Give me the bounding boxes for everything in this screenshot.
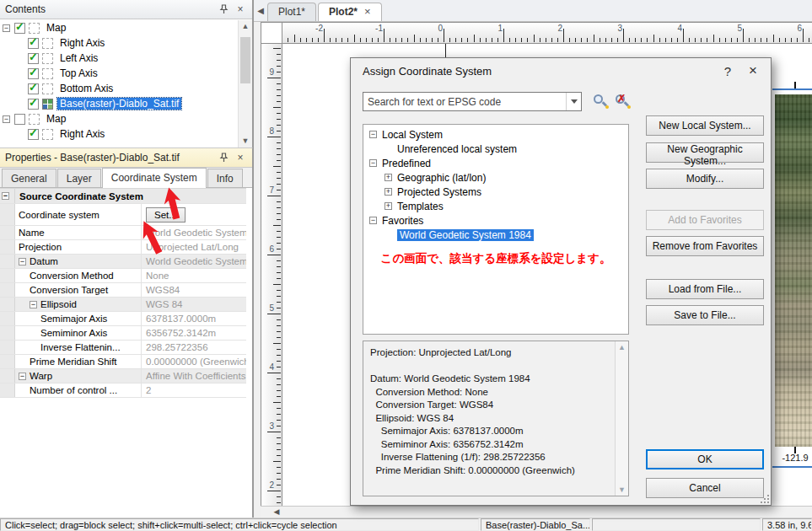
scroll-up-icon[interactable]: ▲ [616,341,628,353]
property-label: Semiminor Axis [15,326,142,340]
pin-icon[interactable] [217,151,230,164]
property-label: Projection [15,240,142,254]
scroll-down-icon[interactable]: ▼ [616,484,628,496]
expander-icon[interactable]: − [369,131,377,138]
clear-search-icon[interactable]: ✗ [615,94,631,110]
pin-icon[interactable] [217,3,230,16]
ruler-tick [384,29,384,42]
save-to-file-button[interactable]: Save to File... [646,305,764,325]
tree-item-base-raster-diablo-sat-tif[interactable]: ✓Base(raster)-Diablo_Sat.tif [0,96,238,111]
checkbox[interactable]: ✓ [28,38,39,49]
expander-icon[interactable]: − [2,192,9,200]
axis-icon [42,129,53,140]
tab-coordinate-system[interactable]: Coordinate System [102,168,207,188]
tree-item-right-axis[interactable]: ✓Right Axis [0,126,238,142]
ruler-tick [653,35,654,42]
remove-from-favorites-button[interactable]: Remove from Favorites [646,236,764,256]
expander-icon[interactable]: + [384,188,392,196]
expander-icon[interactable]: + [384,174,392,181]
ruler-tick [803,29,804,42]
horizontal-scrollbar[interactable]: ◀ [261,506,812,518]
checkbox[interactable]: ✓ [28,129,39,140]
expander-icon[interactable]: − [369,159,377,167]
tree-item-local-system[interactable]: −Local System [363,127,628,142]
tab-plot2[interactable]: Plot2*× [318,3,382,21]
property-row-name: NameWorld Geodetic System... [0,226,246,240]
contents-scrollbar[interactable]: ▲ ▼ [238,20,252,148]
ruler-tick [432,38,433,42]
satellite-base-map[interactable] [775,94,812,447]
tree-item-left-axis[interactable]: ✓Left Axis [0,51,238,66]
expander-icon[interactable]: − [19,258,26,266]
search-input[interactable] [363,93,566,110]
expander-icon[interactable]: − [19,373,26,380]
info-scrollbar[interactable]: ▲ ▼ [615,341,628,496]
tree-item-label: Unreferenced local system [397,143,517,155]
expander-icon[interactable]: + [384,202,392,210]
close-icon[interactable]: × [234,3,247,16]
tab-plot1[interactable]: Plot1* [267,3,316,21]
coordinate-info-text: Projection: Unprojected Lat/Long Datum: … [370,346,610,492]
tree-item-map[interactable]: −Map [0,111,238,126]
expander-icon[interactable]: − [369,217,377,224]
expander-icon[interactable]: − [3,115,10,123]
load-from-file-button[interactable]: Load from File... [646,279,764,299]
checkbox[interactable]: ✓ [28,99,39,110]
tab-scroll-left-icon[interactable]: ◀ [255,3,266,19]
tab-info[interactable]: Info [207,169,243,187]
checkbox[interactable]: ✓ [28,53,39,64]
checkbox[interactable]: ✓ [14,23,25,34]
ruler-tick [277,367,281,367]
resize-grip[interactable] [759,493,769,503]
ruler-tick [594,35,594,42]
scroll-up-icon[interactable]: ▲ [239,20,252,33]
property-row-semimajor-axis: Semimajor Axis6378137.0000m [0,312,246,326]
cancel-button[interactable]: Cancel [646,478,764,498]
assign-coordinate-system-dialog: Assign Coordinate System ? × ✗ −Local Sy… [350,57,772,506]
tab-layer[interactable]: Layer [57,169,101,187]
new-local-system-button[interactable]: New Local System... [646,115,764,136]
ruler-tick [277,260,281,261]
tab-general[interactable]: General [2,169,56,187]
new-geographic-system-button[interactable]: New Geographic System... [646,142,764,163]
tree-item-right-axis[interactable]: ✓Right Axis [0,35,238,51]
tree-item-predefined[interactable]: −Predefined [363,156,628,170]
tree-item-geographic-lat-lon[interactable]: +Geographic (lat/lon) [363,170,628,185]
scroll-left-icon[interactable]: ◀ [271,507,282,518]
ruler-tick [277,325,281,326]
property-value: WGS84 [142,285,246,295]
ruler-tick [277,361,281,362]
scroll-down-icon[interactable]: ▼ [239,135,252,148]
tree-item-favorites[interactable]: −Favorites [363,213,628,228]
tree-item-world-geodetic-system-1984[interactable]: World Geodetic System 1984 [363,228,628,242]
tree-item-unreferenced-local-system[interactable]: Unreferenced local system [363,142,628,156]
close-tab-icon[interactable]: × [364,8,371,16]
close-icon[interactable]: × [234,151,247,164]
checkbox[interactable] [14,114,25,125]
tree-item-top-axis[interactable]: ✓Top Axis [0,66,238,81]
property-label: Conversion Method [15,269,142,282]
tab-label: Plot1* [278,6,305,18]
modify-button[interactable]: Modify... [646,169,764,189]
expander-icon[interactable]: − [3,24,10,32]
tree-item-bottom-axis[interactable]: ✓Bottom Axis [0,81,238,96]
tree-item-map[interactable]: −✓Map [0,20,238,35]
property-label: Number of control ... [15,384,142,397]
ok-button[interactable]: OK [646,449,764,469]
checkbox[interactable]: ✓ [28,68,39,79]
chevron-down-icon[interactable] [566,93,581,110]
search-icon[interactable] [593,94,609,110]
search-combobox[interactable] [363,92,582,111]
property-label-text: Semiminor Axis [40,328,107,338]
ruler-tick [277,190,281,190]
tree-item-templates[interactable]: +Templates [363,199,628,213]
scroll-thumb[interactable] [240,37,250,83]
add-to-favorites-button[interactable]: Add to Favorites [646,210,764,230]
expander-icon[interactable]: − [30,301,37,308]
ruler-tick [629,38,630,42]
ruler-tick [683,29,684,42]
ruler-tick [277,390,281,391]
tree-item-projected-systems[interactable]: +Projected Systems [363,185,628,199]
status-coordinates: 3.58 in, 9.69 [762,518,812,531]
checkbox[interactable]: ✓ [28,83,39,94]
